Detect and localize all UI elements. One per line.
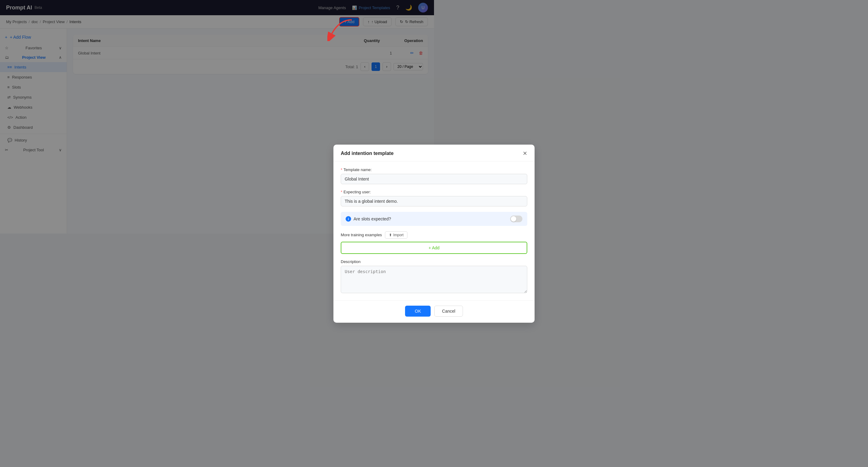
modal-title: Add intention template (341, 151, 394, 156)
expecting-user-field: * Expecting user: (341, 190, 434, 206)
slots-row: i Are slots expected? (341, 212, 434, 226)
modal-overlay[interactable]: Add intention template ✕ * Template name… (0, 0, 434, 234)
training-examples-row: More training examples ⬆ Import (341, 231, 434, 234)
template-name-field: * Template name: (341, 167, 434, 184)
import-icon: ⬆ (389, 233, 392, 234)
required-star-2: * (341, 190, 342, 194)
slots-label: i Are slots expected? (346, 216, 391, 222)
import-button[interactable]: ⬆ Import (385, 231, 407, 234)
template-name-label: * Template name: (341, 167, 434, 172)
modal-body: * Template name: * Expecting user: i Are… (334, 161, 434, 234)
import-label: Import (393, 233, 404, 234)
expecting-user-input[interactable] (341, 196, 434, 206)
modal-header: Add intention template ✕ (334, 144, 434, 161)
expecting-user-label: * Expecting user: (341, 190, 434, 194)
template-name-input[interactable] (341, 174, 434, 184)
info-icon: i (346, 216, 351, 222)
add-intention-modal: Add intention template ✕ * Template name… (334, 144, 434, 234)
required-star-1: * (341, 167, 342, 172)
training-examples-label: More training examples (341, 233, 382, 234)
